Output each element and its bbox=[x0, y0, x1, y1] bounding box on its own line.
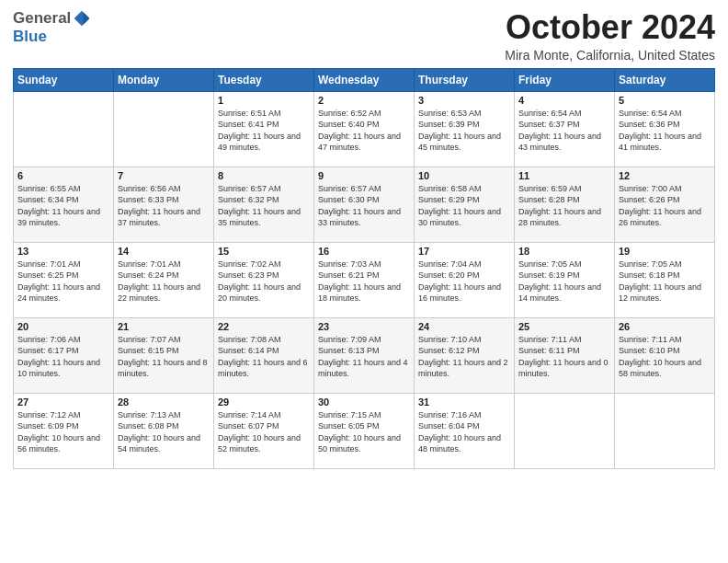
day-cell: 13Sunrise: 7:01 AMSunset: 6:25 PMDayligh… bbox=[14, 242, 114, 317]
day-info: Sunrise: 7:10 AMSunset: 6:12 PMDaylight:… bbox=[418, 334, 510, 380]
weekday-header-row: Sunday Monday Tuesday Wednesday Thursday… bbox=[14, 68, 715, 91]
week-row-4: 20Sunrise: 7:06 AMSunset: 6:17 PMDayligh… bbox=[14, 317, 715, 393]
day-cell: 4Sunrise: 6:54 AMSunset: 6:37 PMDaylight… bbox=[515, 91, 615, 167]
logo: General Blue bbox=[13, 9, 91, 46]
day-info: Sunrise: 6:53 AMSunset: 6:39 PMDaylight:… bbox=[418, 108, 510, 154]
day-info: Sunrise: 7:12 AMSunset: 6:09 PMDaylight:… bbox=[17, 409, 109, 455]
day-info: Sunrise: 7:05 AMSunset: 6:18 PMDaylight:… bbox=[619, 259, 711, 304]
day-number: 19 bbox=[619, 246, 711, 257]
header-monday: Monday bbox=[114, 68, 214, 91]
day-cell bbox=[14, 91, 114, 167]
week-row-3: 13Sunrise: 7:01 AMSunset: 6:25 PMDayligh… bbox=[14, 242, 715, 317]
day-cell: 8Sunrise: 6:57 AMSunset: 6:32 PMDaylight… bbox=[214, 167, 314, 242]
day-cell: 23Sunrise: 7:09 AMSunset: 6:13 PMDayligh… bbox=[314, 317, 415, 393]
calendar: Sunday Monday Tuesday Wednesday Thursday… bbox=[13, 68, 715, 469]
day-number: 31 bbox=[418, 396, 510, 408]
day-info: Sunrise: 6:58 AMSunset: 6:29 PMDaylight:… bbox=[418, 183, 510, 229]
day-cell: 5Sunrise: 6:54 AMSunset: 6:36 PMDaylight… bbox=[615, 91, 715, 167]
logo-general: General bbox=[13, 9, 71, 28]
day-info: Sunrise: 6:54 AMSunset: 6:37 PMDaylight:… bbox=[518, 108, 610, 154]
day-cell: 21Sunrise: 7:07 AMSunset: 6:15 PMDayligh… bbox=[114, 317, 214, 393]
day-cell: 30Sunrise: 7:15 AMSunset: 6:05 PMDayligh… bbox=[314, 393, 415, 468]
day-number: 25 bbox=[518, 321, 610, 332]
day-number: 1 bbox=[218, 95, 310, 106]
day-info: Sunrise: 6:54 AMSunset: 6:36 PMDaylight:… bbox=[619, 108, 711, 154]
header-saturday: Saturday bbox=[615, 68, 715, 91]
day-info: Sunrise: 7:15 AMSunset: 6:05 PMDaylight:… bbox=[318, 409, 410, 455]
day-number: 5 bbox=[619, 95, 711, 106]
title-block: October 2024 Mira Monte, California, Uni… bbox=[505, 9, 715, 63]
week-row-1: 1Sunrise: 6:51 AMSunset: 6:41 PMDaylight… bbox=[14, 91, 715, 167]
day-info: Sunrise: 6:55 AMSunset: 6:34 PMDaylight:… bbox=[17, 183, 109, 229]
day-cell: 29Sunrise: 7:14 AMSunset: 6:07 PMDayligh… bbox=[214, 393, 314, 468]
day-info: Sunrise: 7:08 AMSunset: 6:14 PMDaylight:… bbox=[218, 334, 310, 380]
logo-blue: Blue bbox=[13, 28, 47, 45]
logo-icon bbox=[73, 9, 91, 28]
day-number: 13 bbox=[17, 246, 109, 257]
header-sunday: Sunday bbox=[14, 68, 114, 91]
day-number: 2 bbox=[318, 95, 410, 106]
location: Mira Monte, California, United States bbox=[505, 48, 715, 63]
day-number: 10 bbox=[418, 170, 510, 181]
day-number: 23 bbox=[318, 321, 410, 332]
day-info: Sunrise: 7:02 AMSunset: 6:23 PMDaylight:… bbox=[218, 259, 310, 304]
day-number: 22 bbox=[218, 321, 310, 332]
day-cell: 3Sunrise: 6:53 AMSunset: 6:39 PMDaylight… bbox=[415, 91, 515, 167]
day-number: 30 bbox=[318, 396, 410, 408]
day-cell: 9Sunrise: 6:57 AMSunset: 6:30 PMDaylight… bbox=[314, 167, 415, 242]
day-cell: 1Sunrise: 6:51 AMSunset: 6:41 PMDaylight… bbox=[214, 91, 314, 167]
day-number: 11 bbox=[518, 170, 610, 181]
day-cell: 15Sunrise: 7:02 AMSunset: 6:23 PMDayligh… bbox=[214, 242, 314, 317]
day-cell: 22Sunrise: 7:08 AMSunset: 6:14 PMDayligh… bbox=[214, 317, 314, 393]
page-container: General Blue October 2024 Mira Monte, Ca… bbox=[0, 0, 728, 478]
day-cell: 27Sunrise: 7:12 AMSunset: 6:09 PMDayligh… bbox=[14, 393, 114, 468]
day-info: Sunrise: 6:57 AMSunset: 6:30 PMDaylight:… bbox=[318, 183, 410, 229]
day-cell: 31Sunrise: 7:16 AMSunset: 6:04 PMDayligh… bbox=[415, 393, 515, 468]
day-number: 3 bbox=[418, 95, 510, 106]
day-number: 21 bbox=[118, 321, 210, 332]
day-cell: 10Sunrise: 6:58 AMSunset: 6:29 PMDayligh… bbox=[415, 167, 515, 242]
day-cell: 2Sunrise: 6:52 AMSunset: 6:40 PMDaylight… bbox=[314, 91, 415, 167]
day-number: 27 bbox=[17, 396, 109, 408]
day-cell: 24Sunrise: 7:10 AMSunset: 6:12 PMDayligh… bbox=[415, 317, 515, 393]
header-tuesday: Tuesday bbox=[214, 68, 314, 91]
day-info: Sunrise: 7:03 AMSunset: 6:21 PMDaylight:… bbox=[318, 259, 410, 304]
header-friday: Friday bbox=[515, 68, 615, 91]
day-info: Sunrise: 7:11 AMSunset: 6:11 PMDaylight:… bbox=[518, 334, 610, 380]
day-number: 16 bbox=[318, 246, 410, 257]
day-cell: 18Sunrise: 7:05 AMSunset: 6:19 PMDayligh… bbox=[515, 242, 615, 317]
day-cell: 11Sunrise: 6:59 AMSunset: 6:28 PMDayligh… bbox=[515, 167, 615, 242]
day-info: Sunrise: 6:51 AMSunset: 6:41 PMDaylight:… bbox=[218, 108, 310, 154]
day-number: 24 bbox=[418, 321, 510, 332]
day-info: Sunrise: 6:52 AMSunset: 6:40 PMDaylight:… bbox=[318, 108, 410, 154]
day-number: 14 bbox=[118, 246, 210, 257]
day-info: Sunrise: 7:06 AMSunset: 6:17 PMDaylight:… bbox=[17, 334, 109, 380]
header-thursday: Thursday bbox=[415, 68, 515, 91]
day-number: 29 bbox=[218, 396, 310, 408]
day-cell: 28Sunrise: 7:13 AMSunset: 6:08 PMDayligh… bbox=[114, 393, 214, 468]
day-cell: 25Sunrise: 7:11 AMSunset: 6:11 PMDayligh… bbox=[515, 317, 615, 393]
day-cell: 12Sunrise: 7:00 AMSunset: 6:26 PMDayligh… bbox=[615, 167, 715, 242]
day-cell: 16Sunrise: 7:03 AMSunset: 6:21 PMDayligh… bbox=[314, 242, 415, 317]
day-info: Sunrise: 6:59 AMSunset: 6:28 PMDaylight:… bbox=[518, 183, 610, 229]
day-info: Sunrise: 7:16 AMSunset: 6:04 PMDaylight:… bbox=[418, 409, 510, 455]
month-title: October 2024 bbox=[505, 9, 715, 46]
day-number: 20 bbox=[17, 321, 109, 332]
day-number: 17 bbox=[418, 246, 510, 257]
day-cell: 17Sunrise: 7:04 AMSunset: 6:20 PMDayligh… bbox=[415, 242, 515, 317]
day-info: Sunrise: 6:56 AMSunset: 6:33 PMDaylight:… bbox=[118, 183, 210, 229]
day-number: 7 bbox=[118, 170, 210, 181]
svg-marker-1 bbox=[84, 12, 90, 24]
day-info: Sunrise: 6:57 AMSunset: 6:32 PMDaylight:… bbox=[218, 183, 310, 229]
day-number: 6 bbox=[17, 170, 109, 181]
header: General Blue October 2024 Mira Monte, Ca… bbox=[13, 9, 715, 63]
day-info: Sunrise: 7:01 AMSunset: 6:25 PMDaylight:… bbox=[17, 259, 109, 304]
day-info: Sunrise: 7:14 AMSunset: 6:07 PMDaylight:… bbox=[218, 409, 310, 455]
day-number: 28 bbox=[118, 396, 210, 408]
day-cell: 7Sunrise: 6:56 AMSunset: 6:33 PMDaylight… bbox=[114, 167, 214, 242]
day-info: Sunrise: 7:13 AMSunset: 6:08 PMDaylight:… bbox=[118, 409, 210, 455]
day-number: 15 bbox=[218, 246, 310, 257]
week-row-5: 27Sunrise: 7:12 AMSunset: 6:09 PMDayligh… bbox=[14, 393, 715, 468]
day-info: Sunrise: 7:09 AMSunset: 6:13 PMDaylight:… bbox=[318, 334, 410, 380]
day-cell: 20Sunrise: 7:06 AMSunset: 6:17 PMDayligh… bbox=[14, 317, 114, 393]
